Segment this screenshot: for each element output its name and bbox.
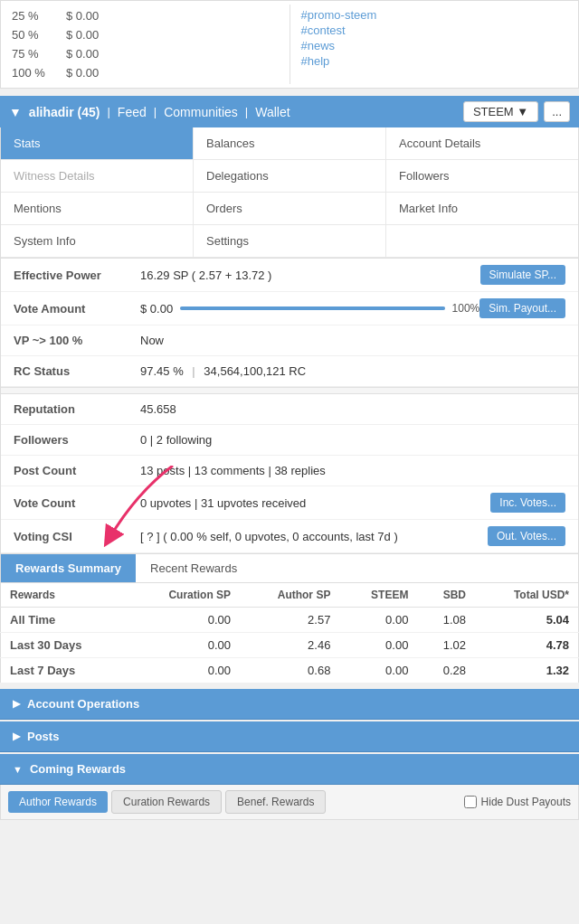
info-separator <box>1 387 578 394</box>
vote-pct-25: 25 % <box>12 9 66 23</box>
nav-link-wallet[interactable]: Wallet <box>255 105 290 119</box>
posts-bar[interactable]: ▶ Posts <box>0 721 579 752</box>
username-label: alihadir (45) <box>29 105 100 119</box>
vote-pct-value: 100% <box>452 302 480 315</box>
author-rewards-tab[interactable]: Author Rewards <box>8 791 108 813</box>
vote-slider-wrap: $ 0.00 100% <box>140 302 479 316</box>
rc-amount: 34,564,100,121 RC <box>204 364 306 378</box>
row-author-7: 0.68 <box>240 658 339 684</box>
stats-row-3: Mentions Orders Market Info <box>1 193 578 225</box>
posts-arrow-icon: ▶ <box>13 731 20 742</box>
rc-label: RC Status <box>14 364 140 378</box>
menu-item-empty <box>386 225 578 257</box>
vote-amount-value: $ 0.00 <box>140 302 173 316</box>
col-rewards: Rewards <box>1 583 128 608</box>
vp-label: VP ~> 100 % <box>14 334 140 347</box>
effective-power-value: 16.29 SP ( 2.57 + 13.72 ) <box>140 269 480 282</box>
tag-links-section: #promo-steem #contest #news #help <box>290 5 579 71</box>
vote-pct-50: 50 % <box>12 28 66 42</box>
curation-rewards-tab[interactable]: Curation Rewards <box>111 790 222 814</box>
vote-amt-50: $ 0.00 <box>66 28 120 42</box>
followers-label: Followers <box>14 433 140 447</box>
table-row: Last 7 Days 0.00 0.68 0.00 0.28 1.32 <box>1 658 579 684</box>
nav-link-feed[interactable]: Feed <box>118 105 147 119</box>
nav-link-communities[interactable]: Communities <box>164 105 238 119</box>
reputation-row: Reputation 45.658 <box>1 394 578 425</box>
row-label-7: Last 7 Days <box>1 658 128 684</box>
rewards-summary-tab[interactable]: Rewards Summary <box>1 554 136 582</box>
hide-dust-option[interactable]: Hide Dust Payouts <box>464 796 571 808</box>
collapse-arrow-icon[interactable]: ▼ <box>9 105 22 119</box>
stats-row-4: System Info Settings <box>1 225 578 258</box>
row-total-7: 1.32 <box>475 658 579 684</box>
stats-menu-grid: Stats Balances Account Details Witness D… <box>0 127 579 259</box>
hide-dust-checkbox[interactable] <box>464 796 477 808</box>
vote-row-75: 75 % $ 0.00 <box>1 44 290 63</box>
vote-amt-100: $ 0.00 <box>66 66 120 80</box>
post-count-row: Post Count 13 posts | 13 comments | 38 r… <box>1 456 578 486</box>
posts-label: Posts <box>27 730 59 743</box>
recent-rewards-tab[interactable]: Recent Rewards <box>136 554 252 582</box>
user-nav-bar: ▼ alihadir (45) | Feed | Communities | W… <box>0 96 579 127</box>
voting-csi-row: Voting CSI [ ? ] ( 0.00 % self, 0 upvote… <box>1 520 578 553</box>
vote-count-row: Vote Count 0 upvotes | 31 upvotes receiv… <box>1 486 578 520</box>
menu-item-orders[interactable]: Orders <box>194 193 386 224</box>
out-votes-button[interactable]: Out. Votes... <box>488 526 565 546</box>
inc-votes-button[interactable]: Inc. Votes... <box>490 493 565 513</box>
hide-dust-label: Hide Dust Payouts <box>481 796 571 808</box>
tag-promo-steem[interactable]: #promo-steem <box>301 8 568 22</box>
col-steem: STEEM <box>339 583 417 608</box>
reputation-value: 45.658 <box>140 402 565 416</box>
row-steem-alltime: 0.00 <box>339 608 417 633</box>
menu-item-delegations[interactable]: Delegations <box>194 160 386 192</box>
stats-info-section: Effective Power 16.29 SP ( 2.57 + 13.72 … <box>0 259 579 554</box>
simulate-sp-button[interactable]: Simulate SP... <box>480 265 565 285</box>
top-votes-section: 25 % $ 0.00 50 % $ 0.00 75 % $ 0.00 100 … <box>0 0 579 89</box>
col-sbd: SBD <box>417 583 475 608</box>
row-label-alltime: All Time <box>1 608 128 633</box>
post-count-value: 13 posts | 13 comments | 38 replies <box>140 464 565 477</box>
vp-value: Now <box>140 334 565 347</box>
stats-row-1: Stats Balances Account Details <box>1 127 578 160</box>
col-author-sp: Author SP <box>240 583 339 608</box>
menu-item-system-info[interactable]: System Info <box>1 225 194 257</box>
vote-row-100: 100 % $ 0.00 <box>1 63 290 82</box>
more-options-button[interactable]: ... <box>544 101 570 122</box>
vote-row-25: 25 % $ 0.00 <box>1 6 290 25</box>
coming-rewards-bar[interactable]: ▼ Coming Rewards <box>0 754 579 785</box>
menu-item-stats[interactable]: Stats <box>1 127 194 159</box>
row-total-30: 4.78 <box>475 633 579 658</box>
vote-amt-25: $ 0.00 <box>66 9 120 23</box>
table-row: Last 30 Days 0.00 2.46 0.00 1.02 4.78 <box>1 633 579 658</box>
row-sbd-30: 1.02 <box>417 633 475 658</box>
steem-dropdown-button[interactable]: STEEM ▼ <box>463 101 538 122</box>
sim-payout-button[interactable]: Sim. Payout... <box>479 298 565 318</box>
menu-item-balances[interactable]: Balances <box>194 127 386 159</box>
menu-item-witness-details[interactable]: Witness Details <box>1 160 194 192</box>
account-operations-bar[interactable]: ▶ Account Operations <box>0 689 579 720</box>
voting-csi-label: Voting CSI <box>14 530 140 543</box>
followers-row: Followers 0 | 2 following <box>1 425 578 456</box>
tag-news[interactable]: #news <box>301 39 568 52</box>
menu-item-account-details[interactable]: Account Details <box>386 127 578 159</box>
menu-item-market-info[interactable]: Market Info <box>386 193 578 224</box>
vp-row: VP ~> 100 % Now <box>1 325 578 356</box>
effective-power-row: Effective Power 16.29 SP ( 2.57 + 13.72 … <box>1 259 578 292</box>
vote-pct-100: 100 % <box>12 66 66 80</box>
account-operations-label: Account Operations <box>27 697 139 711</box>
row-author-alltime: 2.57 <box>240 608 339 633</box>
tag-help[interactable]: #help <box>301 54 568 68</box>
followers-value: 0 | 2 following <box>140 433 565 447</box>
rewards-header: Rewards Summary Recent Rewards <box>0 554 579 583</box>
menu-item-mentions[interactable]: Mentions <box>1 193 194 224</box>
vote-slider-track[interactable] <box>180 306 444 310</box>
menu-item-followers[interactable]: Followers <box>386 160 578 192</box>
rewards-table-header-row: Rewards Curation SP Author SP STEEM SBD … <box>1 583 579 608</box>
rc-sep: | <box>192 364 198 378</box>
row-steem-30: 0.00 <box>339 633 417 658</box>
menu-item-settings[interactable]: Settings <box>194 225 386 257</box>
reputation-label: Reputation <box>14 402 140 416</box>
tag-contest[interactable]: #contest <box>301 24 568 37</box>
bottom-tabs-bar: Author Rewards Curation Rewards Benef. R… <box>0 785 579 820</box>
benef-rewards-tab[interactable]: Benef. Rewards <box>225 790 326 814</box>
